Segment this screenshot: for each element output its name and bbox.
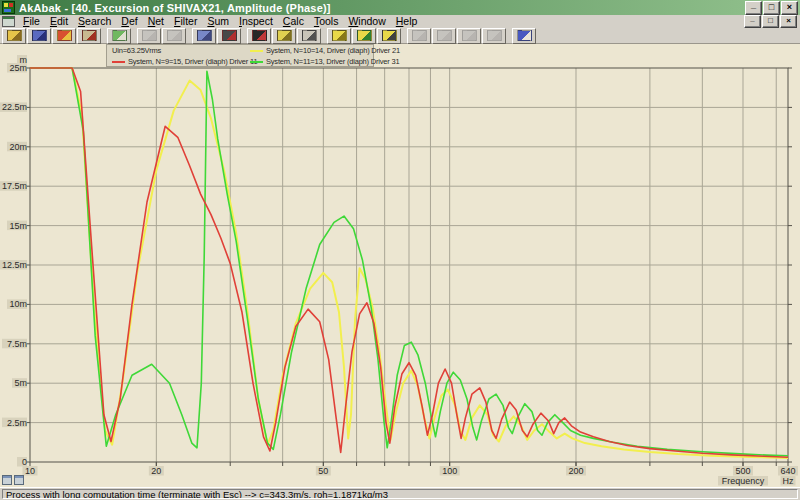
child-close-icon[interactable]: × bbox=[780, 15, 797, 28]
check-syntax-button[interactable] bbox=[77, 28, 101, 44]
back-button bbox=[137, 28, 161, 44]
hardcopy-button[interactable] bbox=[52, 28, 76, 44]
menu-tools[interactable]: Tools bbox=[309, 15, 344, 28]
menu-window[interactable]: Window bbox=[343, 15, 390, 28]
plot-d-icon bbox=[487, 30, 502, 41]
legend-entry-yellow: System, N=10=14, Driver (diaph) Driver 2… bbox=[245, 46, 371, 55]
key-fft-icon bbox=[382, 30, 397, 41]
open-button[interactable] bbox=[2, 28, 26, 44]
driver-button[interactable] bbox=[217, 28, 241, 44]
x-tick-label: 500 bbox=[735, 466, 750, 476]
y-tick-label: 15m bbox=[9, 221, 27, 231]
red-line-swatch bbox=[112, 61, 125, 63]
menu-sum[interactable]: Sum bbox=[202, 15, 234, 28]
close-icon[interactable]: × bbox=[781, 1, 798, 15]
y-tick-label: 17.5m bbox=[2, 181, 27, 191]
y-tick-label: 22.5m bbox=[2, 102, 27, 112]
x-tick-label: 10 bbox=[25, 466, 35, 476]
and-text-icon bbox=[302, 30, 317, 41]
green-line-swatch bbox=[250, 61, 263, 63]
driver-icon bbox=[222, 30, 237, 41]
menu-calc[interactable]: Calc bbox=[278, 15, 309, 28]
y-tick-label: 2.5m bbox=[7, 418, 27, 428]
adjust-levels-button bbox=[162, 28, 186, 44]
hardcopy-icon bbox=[57, 30, 72, 41]
y-tick-label: 12.5m bbox=[2, 260, 27, 270]
key-fft-button[interactable] bbox=[377, 28, 401, 44]
x-tick-label: 200 bbox=[568, 466, 583, 476]
x-tick-label: 20 bbox=[151, 466, 161, 476]
restore-icon[interactable]: □ bbox=[763, 1, 780, 15]
scale-lin-log-icon bbox=[517, 30, 532, 41]
port-button[interactable] bbox=[272, 28, 296, 44]
adjust-levels-icon bbox=[167, 30, 182, 41]
save-button[interactable] bbox=[27, 28, 51, 44]
save-icon bbox=[32, 30, 47, 41]
legend-uin: Uin=63.25Vrms bbox=[107, 46, 245, 55]
y-tick-label: 10m bbox=[9, 299, 27, 309]
key-response-button[interactable] bbox=[352, 28, 376, 44]
edit-script-button[interactable] bbox=[107, 28, 131, 44]
x-tick-label: 50 bbox=[318, 466, 328, 476]
minimized-window-icon[interactable] bbox=[14, 475, 24, 485]
x-axis-label: Frequency bbox=[722, 476, 765, 486]
legend-entry-red: System, N=9=15, Driver (diaph) Driver 11 bbox=[107, 57, 245, 66]
excursion-chart-area: 25m22.5m20m17.5m15m12.5m10m7.5m5m2.5m0m1… bbox=[0, 44, 800, 487]
port-icon bbox=[277, 30, 292, 41]
excursion-chart: 25m22.5m20m17.5m15m12.5m10m7.5m5m2.5m0m1… bbox=[0, 44, 800, 487]
menu-filter[interactable]: Filter bbox=[169, 15, 202, 28]
title-bar: AkAbak - [40. Excursion of SHIVAX21, Amp… bbox=[0, 0, 800, 15]
network-button[interactable] bbox=[192, 28, 216, 44]
toolbar bbox=[0, 28, 800, 44]
menu-items: FileEditSearchDefNetFilterSumInspectCalc… bbox=[18, 15, 422, 28]
x-tick-label: 640 bbox=[780, 466, 795, 476]
key-spectrum-button[interactable] bbox=[327, 28, 351, 44]
menu-net[interactable]: Net bbox=[143, 15, 169, 28]
y-tick-label: 20m bbox=[9, 142, 27, 152]
child-minimize-icon[interactable]: _ bbox=[744, 15, 761, 28]
y-tick-label: 7.5m bbox=[7, 339, 27, 349]
minimize-icon[interactable]: _ bbox=[745, 1, 762, 15]
minimized-window-icon[interactable] bbox=[2, 475, 12, 485]
yellow-line-swatch bbox=[250, 50, 263, 52]
edit-script-icon bbox=[112, 30, 127, 41]
menu-edit[interactable]: Edit bbox=[45, 15, 73, 28]
key-spectrum-icon bbox=[332, 30, 347, 41]
plot-a-button bbox=[407, 28, 431, 44]
child-window-controls: _ □ × bbox=[744, 15, 800, 28]
speaker-button[interactable] bbox=[247, 28, 271, 44]
network-icon bbox=[197, 30, 212, 41]
window-title: AkAbak - [40. Excursion of SHIVAX21, Amp… bbox=[19, 2, 331, 14]
menu-file[interactable]: File bbox=[18, 15, 45, 28]
plot-a-icon bbox=[412, 30, 427, 41]
plot-c-button bbox=[457, 28, 481, 44]
akabak-window: AkAbak - [40. Excursion of SHIVAX21, Amp… bbox=[0, 0, 800, 500]
speaker-icon bbox=[252, 30, 267, 41]
status-bar: Process with long computation time (term… bbox=[0, 487, 800, 500]
window-controls: _ □ × bbox=[745, 1, 800, 15]
menu-help[interactable]: Help bbox=[391, 15, 423, 28]
status-message: Process with long computation time (term… bbox=[2, 489, 798, 499]
child-restore-icon[interactable]: □ bbox=[762, 15, 779, 28]
back-icon bbox=[142, 30, 157, 41]
plot-d-button bbox=[482, 28, 506, 44]
key-response-icon bbox=[357, 30, 372, 41]
check-syntax-icon bbox=[82, 30, 97, 41]
open-icon bbox=[7, 30, 22, 41]
minimized-window-icons bbox=[2, 475, 24, 485]
child-window-icon[interactable] bbox=[2, 16, 15, 27]
plot-b-icon bbox=[437, 30, 452, 41]
and-text-button[interactable] bbox=[297, 28, 321, 44]
y-tick-label: 5m bbox=[14, 378, 27, 388]
y-unit-label: m bbox=[20, 55, 28, 65]
akabak-app-icon[interactable] bbox=[2, 1, 15, 14]
menu-search[interactable]: Search bbox=[73, 15, 116, 28]
menu-def[interactable]: Def bbox=[116, 15, 142, 28]
menu-inspect[interactable]: Inspect bbox=[234, 15, 278, 28]
x-unit-label: Hz bbox=[783, 476, 794, 486]
legend-entry-green: System, N=11=13, Driver (diaph) Driver 3… bbox=[245, 57, 371, 66]
scale-lin-log-button[interactable] bbox=[512, 28, 536, 44]
plot-c-icon bbox=[462, 30, 477, 41]
x-tick-label: 100 bbox=[442, 466, 457, 476]
plot-b-button bbox=[432, 28, 456, 44]
